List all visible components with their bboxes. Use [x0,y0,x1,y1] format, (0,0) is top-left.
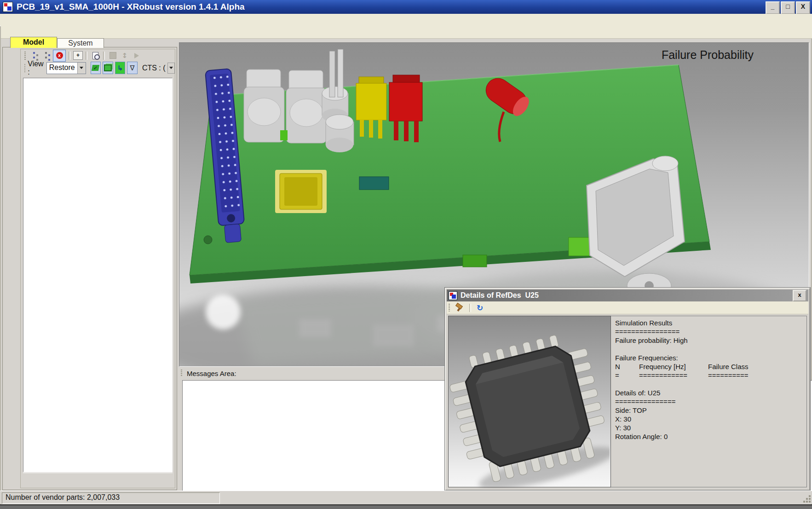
window-controls: _ □ X [766,1,810,14]
details-body: Simulation Results ================ Fail… [448,316,807,487]
left-panel: x + ↕ View : Restore ✓ ↳ ∇ C [2,47,177,490]
window-title: PCB_19_v1_SMA_1000H - XRobust version 1.… [17,2,245,12]
expand-tree-icon[interactable] [29,51,39,60]
details-window-icon [449,291,457,300]
details-window-title: Details of RefDes U25 [461,291,539,300]
stop-icon-disabled [108,51,118,60]
separator [103,52,105,60]
legend-title: Failure Probability [662,48,754,62]
separator-line: ================ [615,327,802,336]
add-button[interactable]: + [73,51,83,60]
details-title-bar[interactable]: Details of RefDes U25 x [447,289,808,301]
tab-system[interactable]: System [57,38,104,48]
details-window: Details of RefDes U25 x ↻ [445,288,810,491]
messages-area-label: Messages Area: [187,370,236,377]
status-bar: Number of vendor parts: 2,007,033 [0,491,812,504]
main-toolbar [1,26,812,39]
collapse-tree-icon[interactable] [41,51,51,60]
blank-line [615,345,802,353]
blank-line [615,380,802,388]
part-type-legend [23,473,173,486]
tool-hammer-icon[interactable] [455,303,464,312]
cts-dropdown[interactable] [167,63,175,74]
separator [469,304,471,312]
view-toolbar: View : Restore ✓ ↳ ∇ CTS : ( [21,62,175,74]
tree-toolbar: x + ↕ [21,49,175,62]
chip-lime-small [280,130,288,140]
paint-mode-button[interactable]: ✓ [91,62,101,74]
view-select-value: Restore [47,63,77,74]
play-icon-disabled [132,51,142,60]
details-of-title: Details of: U25 [615,388,802,397]
preview-icon[interactable] [90,51,100,60]
x-value: X: 30 [615,415,802,423]
model-tree-panel: x + ↕ View : Restore ✓ ↳ ∇ C [20,49,175,488]
relay-block-2 [286,70,327,143]
failure-probability-value: Failure probability: High [615,336,802,345]
app-icon [3,2,13,12]
solid-3d-button[interactable] [103,62,113,74]
menu-bar [0,14,812,26]
rotation-value: Rotation Angle: 0 [615,432,802,441]
separator [69,52,70,60]
vendor-parts-count: Number of vendor parts: 2,007,033 [2,492,220,504]
axis-button[interactable]: ↳ [115,62,126,74]
refresh-icon[interactable]: ↻ [477,303,483,312]
simulation-results-tree [23,78,173,472]
details-text-panel[interactable]: Simulation Results ================ Fail… [611,316,807,487]
y-value: Y: 30 [615,423,802,432]
qfp-chip-render [449,316,610,488]
split-icon-disabled: ↕ [120,51,130,60]
to220-red [389,75,422,142]
sim-results-title: Simulation Results [615,318,802,327]
details-toolbar: ↻ [447,301,808,314]
failure-frequencies-title: Failure Frequencies: [615,353,802,362]
chip-green-center [463,255,487,267]
relay-block-1 [244,69,284,142]
chip-teal [359,177,389,190]
title-bar[interactable]: PCB_19_v1_SMA_1000H - XRobust version 1.… [0,0,812,14]
side-value: Side: TOP [615,406,802,415]
view-select-dropdown[interactable] [77,63,86,74]
cts-label: CTS : ( [142,64,166,72]
resize-grip[interactable] [809,501,811,503]
freq-table-sep: ======================= [615,371,802,380]
clear-selection-button[interactable]: x [53,50,66,62]
view-label: View : [28,60,43,76]
minimize-button[interactable]: _ [766,1,780,14]
filter-button[interactable]: ∇ [127,62,138,74]
qfp-yellow [275,170,327,213]
separator-line: =============== [615,397,802,406]
freq-table-header: NFrequency [Hz]Failure Class [615,362,802,371]
close-button[interactable]: X [796,1,810,14]
view-select[interactable]: Restore [46,62,86,74]
failure-probability-legend: Failure Probability [662,48,754,67]
messages-area-header: Messages Area: [179,368,455,379]
details-close-button[interactable]: x [793,290,806,301]
to220-yellow [356,77,386,139]
component-3d-image [448,316,611,487]
separator [86,52,87,60]
tab-model[interactable]: Model [10,37,57,48]
application-window: PCB_19_v1_SMA_1000H - XRobust version 1.… [0,0,812,509]
maximize-button[interactable]: □ [781,1,795,14]
taskbar-edge [0,504,812,509]
